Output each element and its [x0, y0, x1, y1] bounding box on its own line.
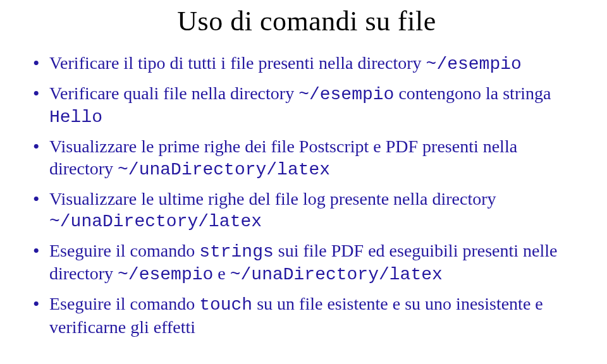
body-text: Visualizzare le ultime righe del file lo…	[49, 189, 496, 209]
bullet-list: Verificare il tipo di tutti i file prese…	[32, 52, 582, 338]
body-text: Verificare quali file nella directory	[49, 83, 298, 103]
bullet-item: Visualizzare le ultime righe del file lo…	[32, 188, 582, 233]
body-text: Eseguire il comando	[49, 241, 199, 260]
code-text: Hello	[49, 107, 102, 127]
body-text: Eseguire il comando	[49, 294, 199, 313]
code-text: touch	[199, 295, 252, 315]
bullet-item: Eseguire il comando strings sui file PDF…	[32, 240, 582, 286]
bullet-item: Visualizzare le prime righe dei file Pos…	[32, 136, 582, 180]
code-text: strings	[199, 242, 274, 262]
code-text: ~/unaDirectory/latex	[49, 212, 262, 231]
slide: Uso di comandi su file Verificare il tip…	[0, 0, 607, 364]
body-text: contengono la stringa	[394, 83, 551, 103]
code-text: ~/esempio	[118, 265, 213, 284]
code-text: ~/unaDirectory/latex	[230, 265, 443, 284]
code-text: ~/esempio	[426, 54, 522, 74]
code-text: ~/esempio	[298, 85, 394, 104]
code-text: ~/unaDirectory/latex	[118, 160, 330, 179]
bullet-item: Verificare il tipo di tutti i file prese…	[32, 52, 582, 75]
bullet-item: Eseguire il comando touch su un file esi…	[32, 293, 582, 337]
body-text: Verificare il tipo di tutti i file prese…	[49, 53, 426, 73]
body-text: e	[213, 264, 230, 283]
bullet-item: Verificare quali file nella directory ~/…	[32, 83, 582, 128]
page-title: Uso di comandi su file	[32, 5, 582, 37]
